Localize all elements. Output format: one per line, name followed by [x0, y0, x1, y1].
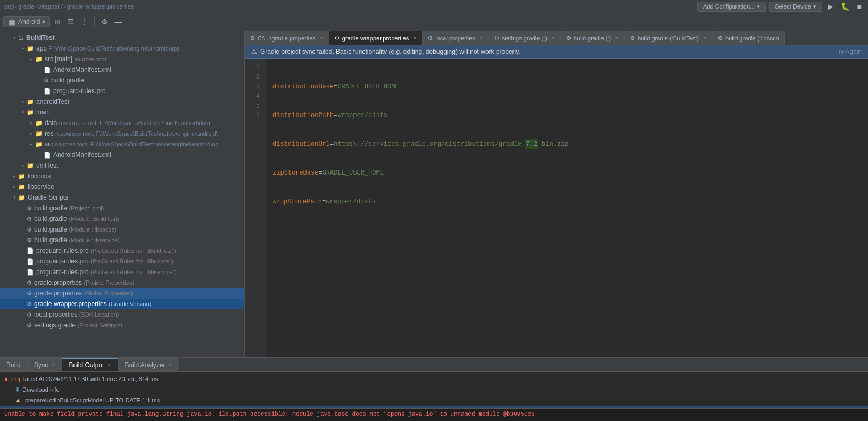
settings-button[interactable]: ⚙	[99, 16, 110, 27]
minimize-button[interactable]: —	[112, 16, 124, 27]
sidebar-tree: ▾ 🗂 BuildTest ▸ 📁 app F:\WorkSpace\Build…	[0, 30, 244, 357]
file-icon-settings-gradle: ⚙	[27, 322, 32, 329]
editor-content[interactable]: 1 2 3 4 5 6 distributionBase=GRADLE_USER…	[245, 59, 868, 357]
folder-icon-src-main: 📁	[35, 56, 43, 63]
tree-item-build-gradle-proj[interactable]: ⚙ build.gradle (Project: proj)	[0, 203, 244, 213]
tab-close-settings-gradle[interactable]: ✕	[551, 35, 555, 41]
tree-item-build-gradle-ls[interactable]: ⚙ build.gradle (Module :libservice)	[0, 235, 244, 245]
code-editor[interactable]: distributionBase=GRADLE_USER_HOME distri…	[266, 59, 868, 357]
tab-build-gradle-main[interactable]: ⚙ build.gradle (:) ✕	[561, 31, 625, 45]
build-row-download[interactable]: ⬇ Download info	[0, 384, 868, 395]
tab-sync[interactable]: Sync ✕	[28, 358, 63, 371]
tab-build-output[interactable]: Build Output ✕	[62, 358, 118, 371]
sidebar: ▾ 🗂 BuildTest ▸ 📁 app F:\WorkSpace\Build…	[0, 30, 245, 357]
code-key-3: distributionUrl	[272, 139, 330, 149]
tree-item-buildtest[interactable]: ▾ 🗂 BuildTest	[0, 32, 244, 43]
tab-gradle-wrapper[interactable]: ⚙ gradle-wrapper.properties ✕	[329, 31, 423, 45]
tree-item-proguard-bt[interactable]: 📄 proguard-rules.pro (ProGuard Rules for…	[0, 245, 244, 256]
tab-close-sync[interactable]: ✕	[51, 362, 55, 368]
device-dropdown-icon: ▾	[813, 3, 816, 10]
tree-label-app: app F:\WorkSpace\BuildTest\native\engine…	[36, 45, 180, 52]
tab-build[interactable]: Build	[0, 358, 28, 371]
select-device-button[interactable]: Select Device ▾	[769, 2, 822, 12]
tab-close-local-properties[interactable]: ✕	[479, 35, 483, 41]
tab-close-build-output[interactable]: ✕	[107, 362, 111, 368]
download-icon: ⬇	[15, 386, 20, 393]
tree-item-build-gradle-app[interactable]: ⚙ build.gradle	[0, 75, 244, 86]
tab-label-build-output: Build Output	[69, 361, 104, 369]
tab-close-build-analyzer[interactable]: ✕	[168, 362, 172, 368]
tree-arrow-src-main: ▸	[28, 56, 35, 62]
folder-icon-app: 📁	[27, 45, 34, 52]
tab-gradle-properties[interactable]: ⚙ C:\...\gradle.properties ✕	[245, 31, 329, 45]
tree-item-local-props[interactable]: ⚙ local.properties (SDK Location)	[0, 309, 244, 320]
breadcrumb-gradle: gradle	[18, 3, 35, 10]
tab-icon-gradle-wrapper: ⚙	[335, 35, 340, 41]
android-view-dropdown[interactable]: 🤖 Android ▾	[3, 16, 50, 27]
tree-item-androidmanifest1[interactable]: 📄 AndroidManifest.xml	[0, 64, 244, 75]
add-configuration-button[interactable]: Add Configuration... ▾	[697, 2, 766, 12]
line-num-6: 6	[247, 111, 264, 120]
tree-item-gradle-proj-props[interactable]: ⚙ gradle.properties (Project Properties)	[0, 277, 244, 288]
tree-item-gradle-global-props[interactable]: ⚙ gradle.properties (Global Properties)	[0, 288, 244, 299]
code-version-highlight: 7.2	[525, 139, 538, 149]
tree-item-libservice[interactable]: ▸ 📁 libservice	[0, 181, 244, 192]
tab-close-build-gradle-main[interactable]: ✕	[615, 35, 619, 41]
tab-close-gradle-properties[interactable]: ✕	[319, 35, 324, 41]
run-button[interactable]: ▶	[825, 2, 836, 11]
warning-icon-prepare: ▲	[15, 397, 21, 404]
debug-button[interactable]: 🐛	[839, 2, 852, 11]
dropdown-arrow-icon: ▾	[757, 3, 760, 10]
tree-item-build-gradle-lc[interactable]: ⚙ build.gradle (Module :libcocos)	[0, 224, 244, 235]
build-row-error[interactable]: ● proj: failed At 2024/6/11 17:30 with 1…	[0, 374, 868, 384]
try-again-button[interactable]: Try Again	[835, 48, 862, 55]
tree-label-libcocos: libcocos	[28, 172, 51, 180]
tree-item-androidmanifest2[interactable]: 📄 AndroidManifest.xml	[0, 150, 244, 160]
tree-arrow-libcocos: ▸	[11, 174, 18, 179]
tab-settings-gradle[interactable]: ⚙ settings.gradle (:) ✕	[489, 31, 561, 45]
tree-item-src[interactable]: ▸ 📁 src sources root, F:\WorkSpace\Build…	[0, 139, 244, 150]
tree-item-gradle-scripts[interactable]: ▾ 📁 Gradle Scripts	[0, 192, 244, 203]
line-numbers: 1 2 3 4 5 6	[245, 59, 266, 357]
tab-icon-local-properties: ⚙	[428, 35, 433, 41]
stop-button[interactable]: ■	[855, 2, 864, 11]
tab-local-properties[interactable]: ⚙ local.properties ✕	[423, 31, 489, 45]
file-icon-gradle-proj-props: ⚙	[27, 279, 32, 286]
tab-build-analyzer[interactable]: Build Analyzer ✕	[118, 358, 179, 371]
expand-all-button[interactable]: ⊕	[52, 16, 63, 27]
collapse-all-button[interactable]: ☰	[65, 16, 76, 27]
tree-item-androidtest[interactable]: ▸ 📁 androidTest	[0, 96, 244, 107]
tree-item-proguard-lc[interactable]: 📄 proguard-rules.pro (ProGuard Rules for…	[0, 256, 244, 267]
tab-build-gradle-libcoco[interactable]: ⚙ build.gradle (:libcoco	[713, 31, 785, 45]
build-row-prepare[interactable]: ▲ :prepareKotlinBuildScriptModel UP-TO-D…	[0, 395, 868, 406]
tree-item-data[interactable]: ▸ 📁 data resources root, F:\WorkSpace\Bu…	[0, 118, 244, 128]
tree-item-proguard1[interactable]: 📄 proguard-rules.pro	[0, 86, 244, 96]
tree-arrow-gradle-scripts: ▾	[11, 195, 18, 200]
tab-build-gradle-buildtest[interactable]: ⚙ build.gradle (:BuildTest) ✕	[625, 31, 713, 45]
tree-item-proguard-ls[interactable]: 📄 proguard-rules.pro (ProGuard Rules for…	[0, 267, 244, 277]
folder-icon-data: 📁	[35, 120, 43, 127]
tree-label-gradle-scripts: Gradle Scripts	[28, 194, 68, 201]
code-url-3a: https\://services.gradle.org/distributio…	[334, 139, 525, 149]
view-options-button[interactable]: ⋮	[78, 16, 90, 27]
tree-item-main[interactable]: ▾ 📁 main	[0, 107, 244, 118]
code-val-2: wrapper/dists	[337, 111, 387, 120]
tree-item-unittest[interactable]: ▸ 📁 unitTest	[0, 160, 244, 171]
tree-item-app[interactable]: ▸ 📁 app F:\WorkSpace\BuildTest\native\en…	[0, 43, 244, 54]
tree-label-libservice: libservice	[28, 183, 54, 191]
tree-item-build-gradle-bt[interactable]: ⚙ build.gradle (Module :BuildTest)	[0, 213, 244, 224]
error-banner-text: Gradle project sync failed. Basic functi…	[260, 48, 520, 55]
tree-item-src-main[interactable]: ▸ 📁 src [main] sources root	[0, 54, 244, 64]
code-line-4: zipStoreBase=GRADLE_USER_HOME	[272, 168, 862, 178]
android-chevron-icon: ▾	[42, 18, 45, 26]
tree-item-libcocos[interactable]: ▸ 📁 libcocos	[0, 171, 244, 181]
tree-item-gradle-wrapper-props[interactable]: ⚙ gradle-wrapper.properties (Gradle Vers…	[0, 299, 244, 309]
tree-item-res[interactable]: ▸ 📁 res resources root, F:\WorkSpace\Bui…	[0, 128, 244, 139]
tab-close-gradle-wrapper[interactable]: ✕	[412, 35, 417, 41]
file-icon-androidmanifest1: 📄	[44, 67, 51, 73]
tree-item-settings-gradle[interactable]: ⚙ settings.gradle (Project Settings)	[0, 320, 244, 331]
tab-label-build-gradle-libcoco: build.gradle (:libcoco	[725, 35, 779, 42]
file-icon-proguard1: 📄	[44, 88, 51, 95]
tab-close-build-gradle-buildtest[interactable]: ✕	[702, 35, 707, 41]
tree-label-proguard-lc: proguard-rules.pro (ProGuard Rules for "…	[36, 258, 173, 265]
